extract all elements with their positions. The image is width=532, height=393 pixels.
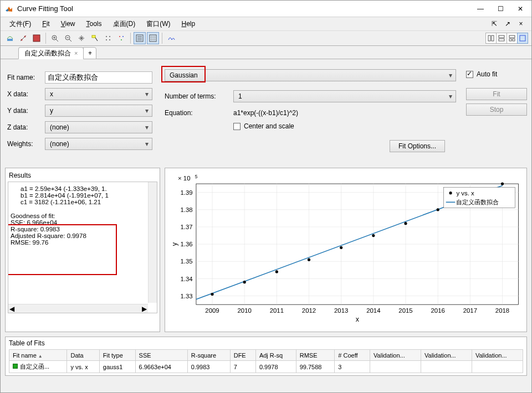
print-icon[interactable] bbox=[30, 32, 43, 44]
minimize-button[interactable]: — bbox=[474, 3, 487, 14]
exclude-icon[interactable] bbox=[115, 32, 127, 44]
dock-icon[interactable]: ↗ bbox=[502, 18, 514, 30]
center-scale-checkbox[interactable]: Center and scale bbox=[233, 122, 294, 130]
svg-text:2011: 2011 bbox=[270, 307, 284, 314]
menu-bar: 文件(F) Fit View Tools 桌面(D) 窗口(W) Help ⇱ … bbox=[1, 17, 531, 30]
nterms-label: Number of terms: bbox=[165, 92, 233, 100]
maximize-button[interactable]: ☐ bbox=[494, 3, 507, 14]
svg-text:2014: 2014 bbox=[366, 307, 381, 314]
svg-point-70 bbox=[404, 222, 407, 225]
menu-help[interactable]: Help bbox=[177, 19, 200, 29]
svg-point-64 bbox=[211, 293, 213, 296]
svg-rect-20 bbox=[509, 35, 515, 38]
grid-toggle-icon[interactable] bbox=[147, 32, 159, 44]
fit-chart[interactable]: 2009201020112012201320142015201620172018… bbox=[167, 170, 524, 329]
svg-text:1.33: 1.33 bbox=[181, 293, 193, 299]
autofit-checkbox[interactable]: Auto fit bbox=[466, 70, 527, 78]
tab-custom-fit[interactable]: 自定义函数拟合 × bbox=[18, 47, 84, 59]
menu-window[interactable]: 窗口(W) bbox=[142, 18, 175, 30]
tab-label: 自定义函数拟合 bbox=[24, 49, 71, 58]
svg-text:2017: 2017 bbox=[463, 307, 477, 314]
results-title: Results bbox=[8, 172, 157, 179]
menu-desktop[interactable]: 桌面(D) bbox=[109, 18, 140, 30]
brush-icon[interactable] bbox=[102, 32, 114, 44]
fit-button[interactable]: Fit bbox=[466, 88, 527, 100]
menu-fit[interactable]: Fit bbox=[38, 19, 54, 29]
fits-table-panel: Table of Fits Fit name ▲DataFit typeSSER… bbox=[5, 337, 527, 376]
fitname-label: Fit name: bbox=[5, 74, 45, 81]
svg-text:1.34: 1.34 bbox=[181, 276, 193, 282]
svg-rect-22 bbox=[513, 39, 515, 41]
status-bar bbox=[1, 380, 531, 392]
svg-text:1.37: 1.37 bbox=[181, 224, 193, 230]
menu-view[interactable]: View bbox=[57, 19, 80, 29]
fits-table-title: Table of Fits bbox=[9, 339, 523, 347]
ydata-select[interactable]: y bbox=[45, 105, 152, 117]
fit-method-select[interactable]: Gaussian bbox=[165, 69, 456, 81]
svg-point-68 bbox=[340, 246, 342, 249]
svg-point-12 bbox=[122, 36, 124, 37]
legend-toggle-icon[interactable] bbox=[134, 32, 146, 44]
xdata-select[interactable]: x bbox=[45, 88, 152, 100]
svg-point-65 bbox=[243, 281, 246, 283]
svg-text:y vs. x: y vs. x bbox=[456, 190, 474, 196]
nterms-select[interactable]: 1 bbox=[233, 90, 456, 102]
layout-3-icon[interactable] bbox=[507, 33, 518, 44]
layout-1-icon[interactable] bbox=[485, 33, 497, 44]
svg-text:自定义函数拟合: 自定义函数拟合 bbox=[456, 199, 499, 205]
pan-icon[interactable] bbox=[75, 32, 88, 44]
layout-2-icon[interactable] bbox=[496, 33, 507, 44]
tab-add-button[interactable]: + bbox=[83, 47, 96, 59]
layout-4-icon[interactable] bbox=[517, 33, 528, 44]
svg-rect-3 bbox=[33, 35, 40, 42]
toolbar bbox=[1, 30, 531, 46]
scrollbar-vertical[interactable] bbox=[148, 182, 157, 303]
svg-text:1.35: 1.35 bbox=[181, 258, 193, 265]
residuals-icon[interactable] bbox=[165, 32, 177, 44]
zdata-label: Z data: bbox=[5, 123, 45, 131]
fitname-input[interactable] bbox=[45, 71, 152, 84]
new-fit-icon[interactable] bbox=[4, 32, 16, 44]
svg-text:× 10: × 10 bbox=[178, 175, 191, 182]
zoom-in-icon[interactable] bbox=[49, 32, 61, 44]
fit-options-button[interactable]: Fit Options... bbox=[390, 140, 445, 152]
svg-point-66 bbox=[275, 270, 278, 273]
svg-rect-23 bbox=[520, 35, 525, 41]
svg-point-9 bbox=[106, 39, 107, 40]
weights-select[interactable]: (none) bbox=[45, 138, 152, 150]
zoom-out-icon[interactable] bbox=[62, 32, 74, 44]
svg-point-8 bbox=[109, 36, 110, 37]
tab-bar: 自定义函数拟合 × + bbox=[1, 46, 531, 59]
svg-rect-18 bbox=[499, 35, 504, 38]
svg-point-71 bbox=[437, 208, 439, 211]
scrollbar-horizontal[interactable]: ◀▶ bbox=[8, 304, 148, 313]
svg-point-69 bbox=[372, 234, 375, 237]
menu-tools[interactable]: Tools bbox=[81, 19, 106, 29]
close-button[interactable]: ✕ bbox=[514, 3, 527, 14]
weights-label: Weights: bbox=[5, 140, 45, 148]
svg-point-10 bbox=[109, 39, 110, 40]
ydata-label: Y data: bbox=[5, 107, 45, 115]
svg-text:2009: 2009 bbox=[205, 307, 219, 314]
svg-point-11 bbox=[119, 36, 120, 37]
zdata-select[interactable]: (none) bbox=[45, 121, 152, 133]
menu-file[interactable]: 文件(F) bbox=[5, 18, 35, 30]
fits-table[interactable]: Fit name ▲DataFit typeSSER-squareDFEAdj … bbox=[9, 349, 523, 373]
svg-point-75 bbox=[449, 192, 452, 194]
results-text[interactable]: a1 = 2.59e+34 (-1.333e+39, 1. b1 = 2.814… bbox=[8, 182, 157, 313]
svg-point-73 bbox=[501, 182, 504, 185]
svg-rect-0 bbox=[7, 39, 13, 41]
svg-text:1.38: 1.38 bbox=[181, 206, 193, 213]
svg-text:5: 5 bbox=[195, 174, 198, 179]
open-fit-icon[interactable] bbox=[17, 32, 29, 44]
title-bar: Curve Fitting Tool — ☐ ✕ bbox=[1, 1, 531, 17]
undock-icon[interactable]: ⇱ bbox=[488, 18, 500, 30]
datacursor-icon[interactable] bbox=[89, 32, 101, 44]
svg-rect-19 bbox=[499, 39, 504, 41]
tab-close-icon[interactable]: × bbox=[74, 50, 78, 56]
close-panel-icon[interactable]: × bbox=[515, 18, 527, 30]
fit-control-panel: Auto fit Fit Stop bbox=[466, 64, 527, 163]
svg-rect-17 bbox=[492, 35, 494, 41]
stop-button[interactable]: Stop bbox=[466, 104, 527, 116]
svg-text:1.36: 1.36 bbox=[181, 241, 193, 247]
